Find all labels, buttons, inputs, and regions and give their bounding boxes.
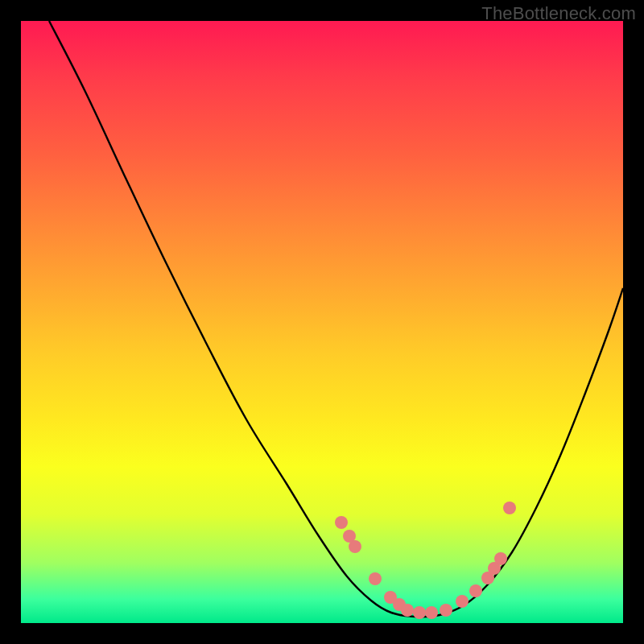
- bottleneck-curve-chart: [21, 21, 623, 623]
- data-dot: [456, 595, 469, 608]
- data-dot: [401, 604, 414, 617]
- data-dot: [440, 604, 452, 617]
- data-dot: [469, 584, 482, 597]
- data-dots: [335, 502, 516, 619]
- data-dot: [494, 552, 507, 565]
- data-dot: [425, 606, 438, 619]
- data-dot: [503, 502, 516, 514]
- curve-line: [49, 21, 623, 617]
- data-dot: [335, 516, 348, 529]
- data-dot: [413, 606, 426, 619]
- data-dot: [349, 540, 361, 553]
- chart-area: [21, 21, 623, 623]
- data-dot: [369, 572, 382, 585]
- watermark-text: TheBottleneck.com: [481, 3, 636, 24]
